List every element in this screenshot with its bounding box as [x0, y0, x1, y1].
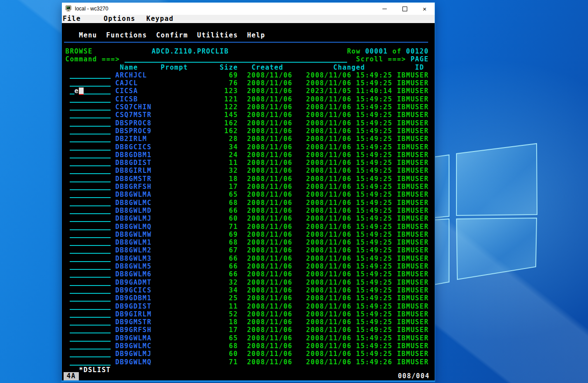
member-id: IBMUSER: [397, 111, 429, 119]
selection-field-underscore[interactable]: [70, 94, 74, 94]
member-changed: 2008/11/06 15:49:25: [306, 151, 392, 159]
selection-field[interactable]: [70, 253, 111, 254]
member-size: 71: [220, 223, 238, 231]
member-row: DB8GWLM2 67 2008/11/06 2008/11/06 15:49:…: [62, 246, 435, 254]
member-name: DB9GWLMC: [115, 342, 152, 350]
selection-field[interactable]: [70, 86, 111, 87]
member-size: 68: [220, 342, 238, 350]
maximize-button[interactable]: [395, 3, 415, 15]
selection-field[interactable]: [70, 301, 111, 302]
member-row: DB9GIRLM 52 2008/11/06 2008/11/06 15:49:…: [62, 310, 435, 318]
actionbar-confirm[interactable]: Confirm: [156, 31, 188, 39]
member-row: DB8GWLM6 66 2008/11/06 2008/11/06 15:49:…: [62, 270, 435, 278]
member-size: 34: [220, 286, 238, 294]
selection-field[interactable]: [70, 173, 111, 174]
selection-field[interactable]: [70, 285, 111, 286]
member-created: 2008/11/06: [247, 79, 292, 87]
selection-field-underscore[interactable]: [84, 94, 111, 94]
member-name: DB8GWLM2: [115, 246, 152, 254]
member-id: IBMUSER: [397, 159, 429, 167]
selection-field[interactable]: [70, 293, 111, 294]
selection-field[interactable]: [70, 317, 111, 318]
menu-options[interactable]: Options: [104, 15, 135, 23]
member-row: DB9GDBM1 25 2008/11/06 2008/11/06 15:49:…: [62, 294, 435, 302]
selection-field[interactable]: [70, 356, 111, 357]
selection-field[interactable]: [70, 325, 111, 326]
selection-field[interactable]: [70, 365, 111, 366]
typed-command[interactable]: e: [74, 87, 79, 95]
selection-field[interactable]: [70, 150, 111, 151]
member-id: IBMUSER: [397, 191, 429, 198]
logo-pane-bottom-right: [456, 218, 537, 279]
member-id: IBMUSER: [397, 246, 429, 254]
member-row: CSQ7CHIN 122 2008/11/06 2008/11/06 15:49…: [62, 103, 435, 111]
header-size: Size: [220, 64, 238, 71]
oia-cursor-position: 008/004: [398, 372, 429, 380]
actionbar-help[interactable]: Help: [247, 31, 265, 39]
selection-field[interactable]: [70, 245, 111, 246]
member-changed: 2008/11/06 15:49:25: [306, 231, 392, 239]
member-row: DBSPROC8 162 2008/11/06 2008/11/06 15:49…: [62, 119, 435, 127]
member-name: CAJCL: [115, 79, 138, 87]
member-id: IBMUSER: [397, 127, 429, 135]
member-row: DB8GMSTR 18 2008/11/06 2008/11/06 15:49:…: [62, 175, 435, 183]
member-name: DB8GWLMA: [115, 191, 152, 198]
selection-field[interactable]: [70, 309, 111, 310]
member-name: DB8GMSTR: [115, 175, 152, 183]
member-row: DB9GDIST 11 2008/11/06 2008/11/06 15:49:…: [62, 302, 435, 310]
member-id: IBMUSER: [397, 262, 429, 270]
selection-field[interactable]: [70, 277, 111, 278]
maximize-icon: [402, 7, 407, 11]
member-size: 52: [220, 310, 238, 318]
menu-file[interactable]: File: [63, 15, 81, 23]
actionbar-menu[interactable]: Menu: [79, 31, 97, 39]
minimize-button[interactable]: [375, 3, 395, 15]
member-name: DB8GRFSH: [115, 183, 152, 191]
selection-field[interactable]: [70, 118, 111, 118]
member-name: DB8GIRLM: [115, 167, 152, 175]
member-row: DB8GWLM5 66 2008/11/06 2008/11/06 15:49:…: [62, 262, 435, 270]
selection-field[interactable]: [70, 110, 111, 111]
selection-field[interactable]: [70, 333, 111, 333]
menu-keypad[interactable]: Keypad: [146, 15, 174, 23]
member-size: 66: [220, 270, 238, 278]
member-name: DB9GMSTR: [115, 318, 152, 326]
selection-field[interactable]: [70, 189, 111, 190]
selection-field[interactable]: [70, 349, 111, 349]
actionbar-utilities[interactable]: Utilities: [197, 31, 238, 39]
selection-field[interactable]: [70, 126, 111, 127]
selection-field[interactable]: [70, 141, 111, 142]
member-size: 28: [220, 135, 238, 143]
actionbar-divider-line: [64, 42, 428, 43]
selection-field[interactable]: [70, 158, 111, 158]
member-changed: 2008/11/06 15:49:25: [306, 175, 392, 183]
selection-field[interactable]: [70, 165, 111, 166]
member-id: IBMUSER: [397, 71, 429, 79]
selection-field[interactable]: [70, 221, 111, 222]
close-button[interactable]: ×: [415, 3, 435, 15]
selection-field[interactable]: [70, 237, 111, 238]
selection-field[interactable]: [70, 197, 111, 198]
selection-field[interactable]: [70, 213, 111, 214]
selection-field[interactable]: [70, 205, 111, 206]
member-row: DBSPROC9 162 2008/11/06 2008/11/06 15:49…: [62, 127, 435, 135]
selection-field[interactable]: [70, 78, 111, 79]
selection-field[interactable]: [70, 261, 111, 262]
member-row: DB8GWLMW 69 2008/11/06 2008/11/06 15:49:…: [62, 231, 435, 239]
member-created: 2008/11/06: [247, 231, 292, 239]
member-name: DB9GADMT: [115, 279, 152, 286]
selection-field[interactable]: [70, 181, 111, 182]
selection-field[interactable]: [70, 269, 111, 270]
command-input[interactable]: [125, 62, 347, 63]
member-id: IBMUSER: [397, 199, 429, 207]
row-total: 00120: [406, 47, 429, 55]
scroll-value[interactable]: PAGE: [411, 55, 429, 63]
member-changed: 2008/11/06 15:49:25: [306, 286, 392, 294]
selection-field[interactable]: [70, 134, 111, 134]
member-row: ARCHJCL 69 2008/11/06 2008/11/06 15:49:2…: [62, 71, 435, 79]
selection-field[interactable]: [70, 341, 111, 342]
member-created: 2008/11/06: [247, 119, 292, 127]
selection-field[interactable]: [70, 229, 111, 230]
selection-field[interactable]: [70, 102, 111, 103]
actionbar-functions[interactable]: Functions: [106, 31, 147, 39]
